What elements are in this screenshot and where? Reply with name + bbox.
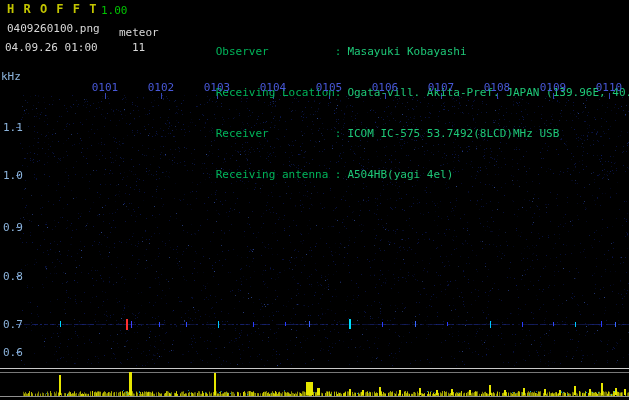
info-label: Receiver — [216, 126, 335, 141]
frequency-tick-label: 0.9 — [3, 221, 23, 234]
output-filename: 0409260100.png — [7, 22, 100, 35]
info-row: Observer:Masayuki Kobayashi — [176, 29, 626, 44]
info-row: Receiver:ICOM IC-575 53.7492(8LCD)MHz US… — [176, 111, 626, 126]
time-tick-label: 0107 — [426, 81, 456, 94]
observation-datetime: 04.09.26 01:00 — [5, 41, 98, 54]
time-tick-label: 0110 — [594, 81, 624, 94]
time-tick-label: 0108 — [482, 81, 512, 94]
time-tick-label: 0101 — [90, 81, 120, 94]
time-tick-label: 0102 — [146, 81, 176, 94]
mode-label: meteor — [119, 26, 159, 39]
info-value: ICOM IC-575 53.7492(8LCD)MHz USB — [347, 127, 559, 140]
info-value: Masayuki Kobayashi — [347, 45, 466, 58]
frequency-tick-label: 0.7 — [3, 318, 23, 331]
time-tick-label: 0105 — [314, 81, 344, 94]
info-row: Receiving antenna:A504HB(yagi 4el) — [176, 152, 626, 167]
info-label: Receiving antenna — [216, 167, 335, 182]
time-tick-label: 0109 — [538, 81, 568, 94]
time-tick-label: 0103 — [202, 81, 232, 94]
hrofft-window: H R O F F T 1.00 0409260100.png meteor 0… — [0, 0, 629, 400]
frequency-tick-label: 1.0 — [3, 169, 23, 182]
frequency-tick-label: 0.6 — [3, 346, 23, 359]
echo-count: 11 — [132, 41, 145, 54]
frequency-tick-label: 0.8 — [3, 270, 23, 283]
app-version: 1.00 — [101, 4, 128, 17]
frequency-unit-label: kHz — [1, 70, 21, 83]
app-title: H R O F F T — [7, 3, 97, 16]
frequency-tick-label: 1.1 — [3, 121, 23, 134]
time-tick-label: 0106 — [370, 81, 400, 94]
info-label: Observer — [216, 44, 335, 59]
info-separator: : — [335, 45, 342, 58]
station-info: Observer:Masayuki Kobayashi Receiving Lo… — [176, 3, 626, 193]
info-separator: : — [335, 127, 342, 140]
info-value: A504HB(yagi 4el) — [347, 168, 453, 181]
info-separator: : — [335, 168, 342, 181]
time-tick-label: 0104 — [258, 81, 288, 94]
